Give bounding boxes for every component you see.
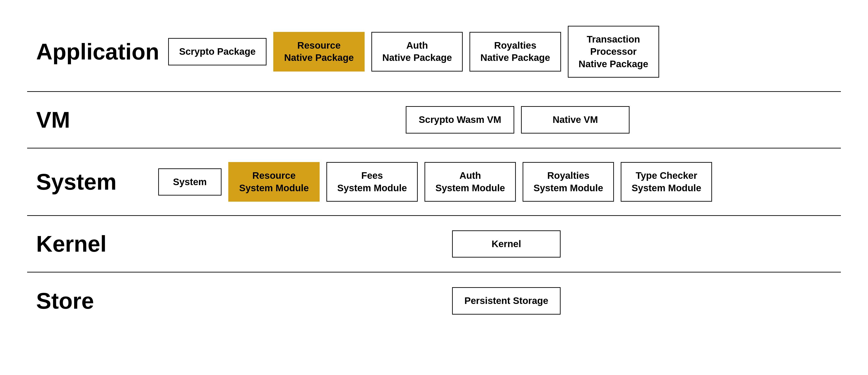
kernel-boxes: Kernel [181, 230, 832, 258]
scrypto-package-box: Scrypto Package [168, 38, 267, 65]
royalties-system-module-box: RoyaltiesSystem Module [523, 162, 614, 202]
vm-boxes: Scrypto Wasm VM Native VM [204, 106, 832, 134]
kernel-label: Kernel [36, 231, 149, 257]
system-boxes: System ResourceSystem Module FeesSystem … [158, 162, 832, 202]
persistent-storage-box: Persistent Storage [452, 287, 561, 315]
system-box: System [158, 168, 221, 196]
fees-system-module-box: FeesSystem Module [327, 162, 418, 202]
store-layer: Store Persistent Storage [27, 272, 841, 329]
vm-layer: VM Scrypto Wasm VM Native VM [27, 92, 841, 148]
store-label: Store [36, 288, 149, 314]
type-checker-system-module-box: Type CheckerSystem Module [621, 162, 712, 202]
application-label: Application [36, 39, 159, 65]
system-label: System [36, 169, 149, 195]
resource-native-package-box: ResourceNative Package [273, 32, 365, 71]
auth-native-package-box: AuthNative Package [371, 32, 463, 71]
store-boxes: Persistent Storage [181, 287, 832, 315]
royalties-native-package-box: RoyaltiesNative Package [469, 32, 561, 71]
transaction-processor-native-package-box: TransactionProcessorNative Package [568, 26, 659, 78]
system-layer: System System ResourceSystem Module Fees… [27, 148, 841, 216]
architecture-diagram: Application Scrypto Package ResourceNati… [27, 12, 841, 363]
resource-system-module-box: ResourceSystem Module [228, 162, 320, 202]
kernel-layer: Kernel Kernel [27, 216, 841, 272]
kernel-box: Kernel [452, 230, 561, 258]
auth-system-module-box: AuthSystem Module [425, 162, 516, 202]
native-vm-box: Native VM [521, 106, 629, 134]
application-boxes: Scrypto Package ResourceNative Package A… [168, 26, 832, 78]
vm-label: VM [36, 107, 149, 133]
application-layer: Application Scrypto Package ResourceNati… [27, 12, 841, 92]
scrypto-wasm-vm-box: Scrypto Wasm VM [406, 106, 514, 134]
